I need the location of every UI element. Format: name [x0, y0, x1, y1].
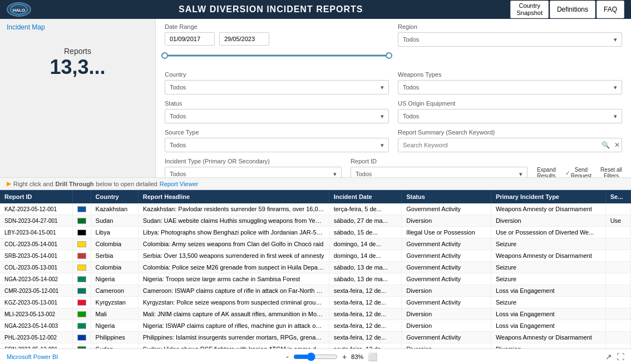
- cell-report-id: KGZ-2023-05-13-001: [0, 297, 72, 308]
- weapons-types-label: Weapons Types: [398, 71, 622, 78]
- search-keyword-input[interactable]: [398, 138, 622, 152]
- nav-buttons: Country Snapshot Definitions FAQ: [510, 1, 624, 18]
- cell-country: Nigeria: [91, 320, 138, 332]
- zoom-slider[interactable]: [293, 352, 338, 361]
- fit-page-icon[interactable]: ⬜: [368, 352, 377, 361]
- region-select[interactable]: Todos ▾: [398, 32, 622, 47]
- cell-primary-type: Diversion: [491, 215, 605, 227]
- cell-headline: Serbia: Over 13,500 weapons surrendered …: [138, 250, 329, 262]
- definitions-button[interactable]: Definitions: [550, 1, 595, 18]
- country-select[interactable]: Todos ▾: [165, 80, 389, 94]
- table-row: NGA-2023-05-14-002 Nigeria Nigeria: Troo…: [0, 273, 631, 285]
- source-type-select[interactable]: Todos ▾: [165, 138, 389, 152]
- drill-arrow-icon: ▶: [7, 180, 11, 187]
- date-range-group: Date Range: [165, 23, 389, 66]
- table-row: CMR-2023-05-12-001 Cameroon Cameroon: IS…: [0, 285, 631, 297]
- expand-results-label: ExpandResults: [537, 167, 556, 177]
- cell-date: domingo, 14 de...: [329, 250, 402, 262]
- cell-status: Diversion: [402, 320, 491, 332]
- us-origin-label: US Origin Equipment: [398, 100, 622, 107]
- cell-report-id: SDN-2023-05-12-001: [0, 343, 72, 349]
- cell-status: Diversion: [402, 215, 491, 227]
- cell-status: Illegal Use or Possession: [402, 227, 491, 238]
- cell-status: Government Activity: [402, 297, 491, 308]
- cell-headline: Libya: Photographs show Benghazi police …: [138, 227, 329, 238]
- drill-through-suffix: below to open detailed: [96, 181, 157, 187]
- col-flag: [72, 190, 91, 203]
- cell-date: sexta-feira, 12 de...: [329, 320, 402, 332]
- table-row: COL-2023-05-13-001 Colombia Colombia: Po…: [0, 262, 631, 273]
- zoom-in-button[interactable]: +: [342, 352, 347, 361]
- cell-secondary: [605, 297, 630, 308]
- cell-primary-type: Weapons Amnesty or Disarmament: [491, 332, 605, 343]
- col-status: Status: [402, 190, 491, 203]
- fullscreen-icon[interactable]: ⛶: [617, 352, 624, 361]
- us-origin-select[interactable]: Todos ▾: [398, 109, 622, 123]
- weapons-types-select[interactable]: Todos ▾: [398, 80, 622, 94]
- cell-report-id: NGA-2023-05-14-002: [0, 273, 72, 285]
- report-id-filter-label: Report ID: [351, 158, 528, 164]
- cell-country: Colombia: [91, 262, 138, 273]
- cell-headline: Nigeria: Troops seize large arms cache i…: [138, 273, 329, 285]
- cell-primary-type: Loss via Engagement: [491, 308, 605, 320]
- cell-headline: Sudan: UAE website claims Huthis smuggli…: [138, 215, 329, 227]
- table-header-row: Report ID Country Report Headline Incide…: [0, 190, 631, 203]
- cell-secondary: [605, 285, 630, 297]
- cell-flag: [72, 250, 91, 262]
- table-row: KGZ-2023-05-13-001 Kyrgyzstan Kyrgyzstan…: [0, 297, 631, 308]
- cell-status: Government Activity: [402, 250, 491, 262]
- incident-map-link[interactable]: Incident Map: [7, 23, 149, 31]
- us-origin-group: US Origin Equipment Todos ▾: [398, 100, 622, 123]
- reports-box: Reports 13,3...: [7, 36, 149, 90]
- zoom-out-button[interactable]: -: [286, 352, 289, 361]
- source-type-label: Source Type: [165, 129, 389, 136]
- search-clear-icon[interactable]: ✕: [614, 141, 620, 149]
- reports-count: 13,3...: [7, 56, 149, 79]
- incident-type-select[interactable]: Todos ▾: [165, 167, 342, 177]
- faq-button[interactable]: FAQ: [597, 1, 624, 18]
- report-viewer-link[interactable]: Report Viewer: [160, 181, 199, 187]
- share-icon[interactable]: ↗: [605, 352, 612, 361]
- bottom-bar: Microsoft Power BI - + 83% ⬜ ↗ ⛶: [0, 348, 631, 364]
- date-slider[interactable]: [165, 50, 389, 61]
- cell-report-id: PHL-2023-05-12-002: [0, 332, 72, 343]
- cell-date: sábado, 13 de ma...: [329, 262, 402, 273]
- drill-through-prefix: Right click and: [13, 181, 53, 187]
- cell-country: Cameroon: [91, 285, 138, 297]
- table-row: SRB-2023-05-14-001 Serbia Serbia: Over 1…: [0, 250, 631, 262]
- cell-date: sexta-feira, 12 de...: [329, 285, 402, 297]
- cell-date: sexta-feira, 12 de...: [329, 343, 402, 349]
- cell-country: Serbia: [91, 250, 138, 262]
- cell-flag: [72, 320, 91, 332]
- cell-status: Government Activity: [402, 238, 491, 250]
- cell-headline: Kazakhstan: Pavlodar residents surrender…: [138, 203, 329, 215]
- report-id-select[interactable]: Todos ▾: [351, 167, 528, 177]
- region-label: Region: [398, 23, 622, 30]
- col-secondary: Se...: [605, 190, 630, 203]
- country-snapshot-button[interactable]: Country Snapshot: [510, 1, 548, 18]
- cell-date: sábado, 27 de ma...: [329, 215, 402, 227]
- cell-status: Diversion: [402, 285, 491, 297]
- cell-status: Government Activity: [402, 332, 491, 343]
- cell-flag: [72, 273, 91, 285]
- incident-type-group: Incident Type (Primary OR Secondary) Tod…: [165, 158, 342, 177]
- cell-secondary: [605, 238, 630, 250]
- date-range-label: Date Range: [165, 23, 389, 30]
- cell-flag: [72, 285, 91, 297]
- cell-flag: [72, 238, 91, 250]
- col-headline: Report Headline: [138, 190, 329, 203]
- search-icon[interactable]: 🔍: [602, 141, 610, 149]
- data-table-section: Report ID Country Report Headline Incide…: [0, 190, 631, 348]
- filter-panel: Date Range Region Todos ▾: [156, 19, 631, 177]
- halo-logo: HALO: [7, 2, 31, 17]
- date-from-input[interactable]: [165, 32, 215, 46]
- cell-headline: Sudan: Video shows RSF fighters with Ira…: [138, 343, 329, 349]
- status-select[interactable]: Todos ▾: [165, 109, 389, 123]
- table-row: PHL-2023-05-12-002 Philippines Philippin…: [0, 332, 631, 343]
- left-panel: Incident Map Reports 13,3...: [0, 19, 156, 177]
- date-to-input[interactable]: [219, 32, 269, 46]
- cell-headline: Mali: JNIM claims capture of AK assault …: [138, 308, 329, 320]
- cell-primary-type: Seizure: [491, 273, 605, 285]
- powerbi-link[interactable]: Microsoft Power BI: [7, 353, 58, 360]
- reset-filters-label: Reset allFilters: [600, 167, 622, 177]
